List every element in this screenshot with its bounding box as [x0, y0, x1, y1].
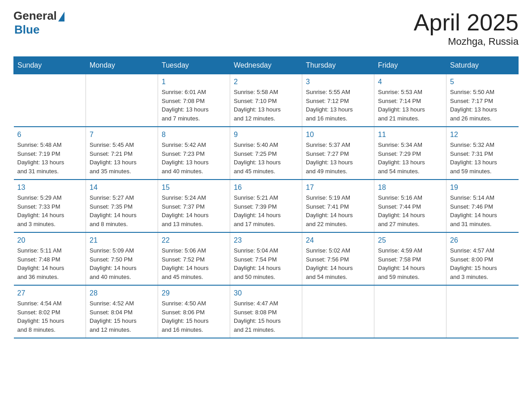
calendar-table: Sunday Monday Tuesday Wednesday Thursday…	[13, 56, 519, 338]
day-info: Sunrise: 5:29 AM Sunset: 7:33 PM Dayligh…	[17, 193, 82, 228]
day-info: Sunrise: 5:34 AM Sunset: 7:29 PM Dayligh…	[378, 141, 442, 176]
calendar-week-row: 1Sunrise: 6:01 AM Sunset: 7:08 PM Daylig…	[14, 74, 519, 127]
logo-general-text: General	[13, 9, 57, 23]
day-info: Sunrise: 5:16 AM Sunset: 7:44 PM Dayligh…	[378, 193, 442, 228]
day-info: Sunrise: 5:32 AM Sunset: 7:31 PM Dayligh…	[450, 141, 515, 176]
day-number: 7	[90, 131, 154, 139]
day-info: Sunrise: 4:50 AM Sunset: 8:06 PM Dayligh…	[162, 299, 226, 334]
logo-blue-text: Blue	[14, 23, 39, 37]
day-number: 14	[90, 184, 154, 192]
day-number: 23	[234, 236, 298, 244]
day-info: Sunrise: 5:45 AM Sunset: 7:21 PM Dayligh…	[90, 141, 154, 176]
calendar-cell: 16Sunrise: 5:21 AM Sunset: 7:39 PM Dayli…	[230, 180, 302, 232]
calendar-cell: 1Sunrise: 6:01 AM Sunset: 7:08 PM Daylig…	[158, 74, 230, 127]
calendar-cell	[374, 285, 446, 338]
day-info: Sunrise: 4:47 AM Sunset: 8:08 PM Dayligh…	[234, 299, 298, 334]
header-saturday: Saturday	[446, 57, 519, 74]
day-number: 10	[306, 131, 370, 139]
calendar-cell: 14Sunrise: 5:27 AM Sunset: 7:35 PM Dayli…	[86, 180, 158, 232]
day-info: Sunrise: 5:02 AM Sunset: 7:56 PM Dayligh…	[306, 246, 370, 281]
day-info: Sunrise: 5:42 AM Sunset: 7:23 PM Dayligh…	[162, 141, 226, 176]
day-number: 24	[306, 236, 370, 244]
day-number: 29	[162, 289, 226, 297]
day-info: Sunrise: 5:19 AM Sunset: 7:41 PM Dayligh…	[306, 193, 370, 228]
calendar-cell: 3Sunrise: 5:55 AM Sunset: 7:12 PM Daylig…	[302, 74, 374, 127]
day-number: 30	[234, 289, 298, 297]
calendar-cell: 10Sunrise: 5:37 AM Sunset: 7:27 PM Dayli…	[302, 127, 374, 180]
header-sunday: Sunday	[14, 57, 86, 74]
day-info: Sunrise: 5:11 AM Sunset: 7:48 PM Dayligh…	[17, 246, 82, 281]
calendar-cell: 9Sunrise: 5:40 AM Sunset: 7:25 PM Daylig…	[230, 127, 302, 180]
day-number: 8	[162, 131, 226, 139]
day-number: 26	[450, 236, 515, 244]
day-number: 9	[234, 131, 298, 139]
calendar-cell: 26Sunrise: 4:57 AM Sunset: 8:00 PM Dayli…	[446, 232, 519, 285]
day-info: Sunrise: 5:58 AM Sunset: 7:10 PM Dayligh…	[234, 88, 298, 123]
calendar-cell: 22Sunrise: 5:06 AM Sunset: 7:52 PM Dayli…	[158, 232, 230, 285]
header-monday: Monday	[86, 57, 158, 74]
day-number: 25	[378, 236, 442, 244]
calendar-week-row: 20Sunrise: 5:11 AM Sunset: 7:48 PM Dayli…	[14, 232, 519, 285]
calendar-cell: 4Sunrise: 5:53 AM Sunset: 7:14 PM Daylig…	[374, 74, 446, 127]
day-info: Sunrise: 5:24 AM Sunset: 7:37 PM Dayligh…	[162, 193, 226, 228]
calendar-week-row: 27Sunrise: 4:54 AM Sunset: 8:02 PM Dayli…	[14, 285, 519, 338]
calendar-cell	[14, 74, 86, 127]
calendar-cell: 23Sunrise: 5:04 AM Sunset: 7:54 PM Dayli…	[230, 232, 302, 285]
calendar-cell: 30Sunrise: 4:47 AM Sunset: 8:08 PM Dayli…	[230, 285, 302, 338]
day-number: 21	[90, 236, 154, 244]
calendar-cell: 2Sunrise: 5:58 AM Sunset: 7:10 PM Daylig…	[230, 74, 302, 127]
day-info: Sunrise: 5:48 AM Sunset: 7:19 PM Dayligh…	[17, 141, 82, 176]
calendar-subtitle: Mozhga, Russia	[414, 36, 519, 47]
day-number: 19	[450, 184, 515, 192]
day-info: Sunrise: 5:09 AM Sunset: 7:50 PM Dayligh…	[90, 246, 154, 281]
day-number: 6	[17, 131, 82, 139]
day-info: Sunrise: 5:06 AM Sunset: 7:52 PM Dayligh…	[162, 246, 226, 281]
calendar-body: 1Sunrise: 6:01 AM Sunset: 7:08 PM Daylig…	[14, 74, 519, 338]
calendar-cell: 29Sunrise: 4:50 AM Sunset: 8:06 PM Dayli…	[158, 285, 230, 338]
header-row: Sunday Monday Tuesday Wednesday Thursday…	[14, 57, 519, 74]
day-info: Sunrise: 4:57 AM Sunset: 8:00 PM Dayligh…	[450, 246, 515, 281]
calendar-cell: 20Sunrise: 5:11 AM Sunset: 7:48 PM Dayli…	[14, 232, 86, 285]
calendar-cell: 11Sunrise: 5:34 AM Sunset: 7:29 PM Dayli…	[374, 127, 446, 180]
title-block: April 2025 Mozhga, Russia	[414, 9, 519, 47]
calendar-cell: 27Sunrise: 4:54 AM Sunset: 8:02 PM Dayli…	[14, 285, 86, 338]
day-number: 16	[234, 184, 298, 192]
calendar-cell	[302, 285, 374, 338]
calendar-week-row: 13Sunrise: 5:29 AM Sunset: 7:33 PM Dayli…	[14, 180, 519, 232]
day-number: 12	[450, 131, 515, 139]
day-number: 18	[378, 184, 442, 192]
calendar-cell: 25Sunrise: 4:59 AM Sunset: 7:58 PM Dayli…	[374, 232, 446, 285]
day-number: 11	[378, 131, 442, 139]
day-number: 20	[17, 236, 82, 244]
header-tuesday: Tuesday	[158, 57, 230, 74]
calendar-cell: 5Sunrise: 5:50 AM Sunset: 7:17 PM Daylig…	[446, 74, 519, 127]
calendar-cell	[86, 74, 158, 127]
day-info: Sunrise: 5:21 AM Sunset: 7:39 PM Dayligh…	[234, 193, 298, 228]
day-number: 2	[234, 78, 298, 86]
day-info: Sunrise: 5:55 AM Sunset: 7:12 PM Dayligh…	[306, 88, 370, 123]
day-number: 5	[450, 78, 515, 86]
day-info: Sunrise: 4:52 AM Sunset: 8:04 PM Dayligh…	[90, 299, 154, 334]
day-info: Sunrise: 5:27 AM Sunset: 7:35 PM Dayligh…	[90, 193, 154, 228]
day-number: 13	[17, 184, 82, 192]
logo: General Blue	[13, 9, 64, 37]
header-thursday: Thursday	[302, 57, 374, 74]
page-header: General Blue April 2025 Mozhga, Russia	[13, 9, 519, 47]
calendar-cell: 13Sunrise: 5:29 AM Sunset: 7:33 PM Dayli…	[14, 180, 86, 232]
calendar-cell: 28Sunrise: 4:52 AM Sunset: 8:04 PM Dayli…	[86, 285, 158, 338]
calendar-header: Sunday Monday Tuesday Wednesday Thursday…	[14, 57, 519, 74]
calendar-cell: 21Sunrise: 5:09 AM Sunset: 7:50 PM Dayli…	[86, 232, 158, 285]
header-wednesday: Wednesday	[230, 57, 302, 74]
day-info: Sunrise: 5:04 AM Sunset: 7:54 PM Dayligh…	[234, 246, 298, 281]
day-number: 17	[306, 184, 370, 192]
day-number: 3	[306, 78, 370, 86]
calendar-cell: 15Sunrise: 5:24 AM Sunset: 7:37 PM Dayli…	[158, 180, 230, 232]
calendar-cell: 12Sunrise: 5:32 AM Sunset: 7:31 PM Dayli…	[446, 127, 519, 180]
day-info: Sunrise: 4:54 AM Sunset: 8:02 PM Dayligh…	[17, 299, 82, 334]
day-number: 4	[378, 78, 442, 86]
calendar-cell: 6Sunrise: 5:48 AM Sunset: 7:19 PM Daylig…	[14, 127, 86, 180]
day-number: 28	[90, 289, 154, 297]
day-info: Sunrise: 5:37 AM Sunset: 7:27 PM Dayligh…	[306, 141, 370, 176]
calendar-title: April 2025	[414, 9, 519, 36]
day-info: Sunrise: 5:14 AM Sunset: 7:46 PM Dayligh…	[450, 193, 515, 228]
